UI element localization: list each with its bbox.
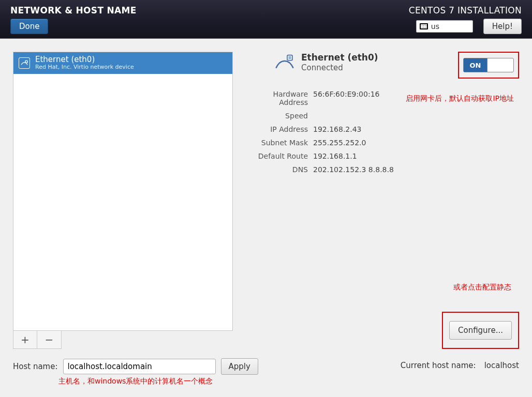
- current-hostname-value: localhost: [484, 361, 519, 370]
- annotation-configure-note: 或者点击配置静态: [453, 283, 511, 292]
- keyboard-layout-label: us: [431, 22, 439, 30]
- hostname-label: Host name:: [13, 362, 58, 371]
- svg-rect-0: [25, 60, 27, 63]
- page-title: NETWORK & HOST NAME: [10, 5, 137, 16]
- device-item-description: Red Hat, Inc. Virtio network device: [35, 64, 134, 71]
- detail-device-name: Ethernet (eth0): [301, 52, 378, 63]
- apply-button[interactable]: Apply: [221, 358, 258, 375]
- default-route-label: Default Route: [246, 152, 308, 160]
- keyboard-layout-selector[interactable]: us: [416, 20, 473, 33]
- annotation-hostname-note: 主机名，和windows系统中的计算机名一个概念: [58, 377, 258, 386]
- add-device-button[interactable]: +: [13, 331, 37, 348]
- connection-toggle[interactable]: ON: [463, 58, 514, 72]
- speed-value: [313, 112, 519, 120]
- install-title: CENTOS 7 INSTALLATION: [409, 5, 522, 16]
- ip-address-value: 192.168.2.43: [313, 125, 519, 133]
- help-button[interactable]: Help!: [483, 19, 522, 34]
- ethernet-large-icon: [274, 52, 295, 72]
- dns-label: DNS: [246, 165, 308, 174]
- subnet-mask-value: 255.255.252.0: [313, 139, 519, 147]
- device-list[interactable]: Ethernet (eth0) Red Hat, Inc. Virtio net…: [13, 52, 233, 331]
- speed-label: Speed: [246, 112, 308, 120]
- annotation-enable-note: 启用网卡后，默认自动获取IP地址: [406, 94, 514, 103]
- hostname-bar: Host name: Apply 主机名，和windows系统中的计算机名一个概…: [0, 349, 532, 386]
- device-item-name: Ethernet (eth0): [35, 55, 134, 64]
- toggle-on-label: ON: [464, 58, 487, 72]
- remove-device-button[interactable]: −: [37, 331, 61, 348]
- header-buttons: us Help!: [416, 19, 522, 34]
- header-bar: NETWORK & HOST NAME Done CENTOS 7 INSTAL…: [0, 0, 532, 39]
- detail-device-status: Connected: [301, 63, 378, 72]
- header-left: NETWORK & HOST NAME Done: [10, 5, 137, 36]
- hostname-left: Host name: Apply 主机名，和windows系统中的计算机名一个概…: [13, 358, 258, 386]
- default-route-value: 192.168.1.1: [313, 152, 519, 160]
- detail-titles: Ethernet (eth0) Connected: [301, 52, 378, 72]
- main-area: Ethernet (eth0) Red Hat, Inc. Virtio net…: [0, 39, 532, 349]
- ip-address-label: IP Address: [246, 125, 308, 133]
- device-list-column: Ethernet (eth0) Red Hat, Inc. Virtio net…: [13, 52, 233, 349]
- device-item-eth0[interactable]: Ethernet (eth0) Red Hat, Inc. Virtio net…: [13, 52, 232, 74]
- keyboard-icon: [420, 23, 428, 29]
- toggle-off-side: [487, 58, 513, 72]
- subnet-mask-label: Subnet Mask: [246, 139, 308, 147]
- hardware-address-label: Hardware Address: [246, 90, 308, 106]
- add-remove-toolbar: + −: [13, 331, 62, 349]
- ethernet-icon: [19, 57, 30, 69]
- configure-annotation-box: Configure...: [442, 312, 519, 349]
- device-item-texts: Ethernet (eth0) Red Hat, Inc. Virtio net…: [35, 55, 134, 71]
- hostname-input[interactable]: [63, 359, 216, 374]
- header-right: CENTOS 7 INSTALLATION us Help!: [409, 5, 522, 36]
- detail-header: Ethernet (eth0) Connected: [274, 52, 378, 72]
- dns-value: 202.102.152.3 8.8.8.8: [313, 165, 519, 174]
- current-hostname-label: Current host name:: [401, 361, 476, 370]
- toggle-annotation-box: ON: [458, 52, 519, 79]
- done-button[interactable]: Done: [10, 19, 48, 34]
- configure-button[interactable]: Configure...: [449, 321, 512, 340]
- svg-rect-1: [287, 55, 292, 60]
- current-hostname: Current host name: localhost: [401, 361, 519, 370]
- device-detail-column: Ethernet (eth0) Connected ON 启用网卡后，默认自动获…: [246, 52, 519, 349]
- detail-header-row: Ethernet (eth0) Connected ON: [246, 52, 519, 79]
- hostname-row: Host name: Apply: [13, 358, 258, 375]
